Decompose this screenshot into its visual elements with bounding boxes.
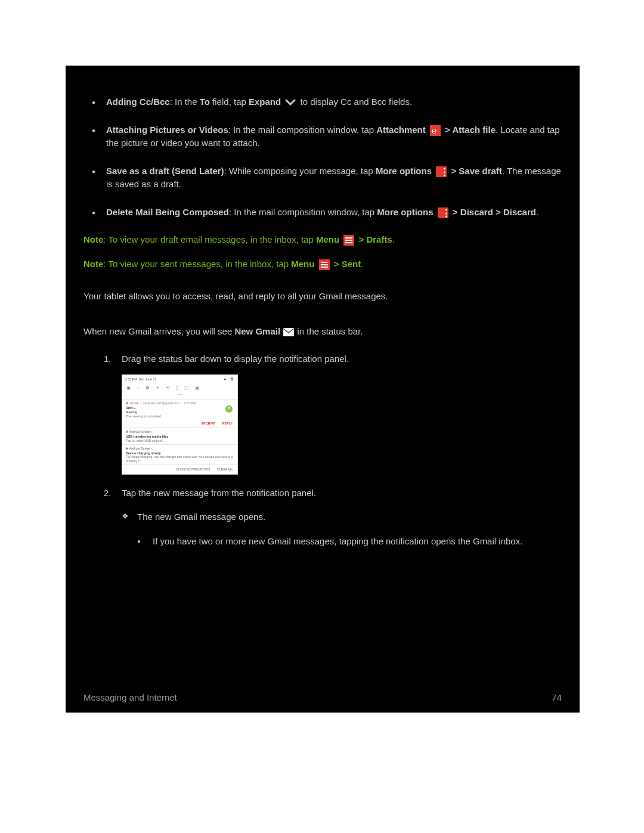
expand-icon	[285, 98, 296, 107]
text: : To view your draft email messages, in …	[103, 234, 316, 244]
notification-panel-screenshot: 2:53 PM Sat, June 11 ● ✿ ◉ ⌂ ✽ ✦ ⟲ ▯ ▢ ▣…	[122, 374, 238, 475]
status-icons: ● ✿	[224, 377, 234, 382]
attachment-icon	[430, 125, 441, 136]
bullet-list: Adding Cc/Bcc: In the To field, tap Expa…	[83, 95, 562, 219]
steps-list: Drag the status bar down to display the …	[83, 352, 562, 548]
discard-label: Discard	[460, 207, 493, 217]
chevron-down-icon: ⌄	[197, 401, 200, 405]
gt: >	[493, 207, 503, 217]
block-notifications: BLOCK NOTIFICATIONS	[177, 467, 210, 471]
text: : While composing your message, tap	[224, 166, 376, 176]
drag-handle-icon: ══	[122, 392, 237, 399]
wifi-icon: ◉	[126, 385, 131, 391]
sent-label: Sent	[342, 259, 361, 269]
sub-sub-item: If you have two or more new Gmail messag…	[153, 535, 562, 549]
rotate-icon: ⟲	[166, 385, 170, 391]
gmail-source: Gmail	[130, 401, 138, 405]
sub-sub-list: If you have two or more new Gmail messag…	[137, 535, 562, 549]
text: to display Cc and Bcc fields.	[301, 97, 413, 107]
gmail-time: 2:51 PM	[184, 401, 196, 405]
expand-label: Expand	[249, 97, 281, 107]
step-1: Drag the status bar down to display the …	[122, 352, 562, 475]
date: Sat, June 11	[139, 377, 157, 381]
sub-item: The new Gmail message opens. If you have…	[137, 510, 562, 548]
text: When new Gmail arrives, you will see	[83, 326, 234, 336]
gmail-subject: Meeting	[126, 410, 234, 414]
gt: >	[332, 259, 342, 269]
usb-body: Tap for other USB options.	[126, 439, 234, 443]
charging-title: Device charging slowly	[126, 451, 234, 456]
text: : In the mail composition window, tap	[228, 125, 376, 135]
attach-file-label: Attach file	[452, 125, 496, 135]
sub-list: The new Gmail message opens. If you have…	[122, 510, 562, 548]
charging-notification: ♣ Android System ⌄ Device charging slowl…	[122, 445, 237, 465]
discard-label: Discard	[503, 207, 536, 217]
gt: >	[356, 234, 366, 244]
label: Delete Mail Being Composed	[106, 207, 229, 217]
label: Adding Cc/Bcc	[106, 97, 170, 107]
gmail-sender: Rich L.	[126, 406, 234, 410]
text: : In the	[170, 97, 200, 107]
gmail-actions: ARCHIVE REPLY	[122, 420, 237, 428]
text: .	[361, 259, 363, 269]
menu-icon	[319, 259, 330, 270]
bullet-attach: Attaching Pictures or Videos: In the mai…	[106, 123, 562, 150]
mail-icon	[283, 327, 295, 337]
status-bar: 2:53 PM Sat, June 11 ● ✿	[122, 375, 237, 384]
more-options-label: More options	[377, 207, 433, 217]
airplane-icon: ▢	[184, 385, 189, 391]
gt: >	[450, 207, 460, 217]
battery-icon: ▯	[176, 385, 178, 391]
label: Attaching Pictures or Videos	[106, 125, 228, 135]
new-gmail-label: New Gmail	[234, 326, 280, 336]
text: The new Gmail message opens.	[137, 512, 265, 522]
note-label: Note	[83, 259, 103, 269]
source: Android System	[129, 430, 151, 433]
more-options-label: More options	[376, 166, 432, 176]
source: Android System	[129, 447, 151, 450]
text: : In the mail composition window, tap	[229, 207, 377, 217]
document-page: Adding Cc/Bcc: In the To field, tap Expa…	[66, 66, 580, 713]
intro-text: Your tablet allows you to access, read, …	[83, 290, 562, 304]
to-field: To	[200, 97, 210, 107]
footer-section: Messaging and Internet	[83, 691, 177, 705]
svg-rect-0	[283, 328, 294, 336]
gt: >	[442, 125, 453, 135]
label: Save as a draft (Send Later)	[106, 166, 224, 176]
page-footer: Messaging and Internet 74	[83, 691, 562, 705]
bluetooth-icon: ⌂	[137, 385, 140, 391]
gmail-icon: M	[126, 401, 128, 405]
text: .	[392, 234, 395, 244]
avatar: R	[225, 405, 233, 413]
gmail-body: The meeting is cancelled.	[126, 414, 234, 419]
text: in the status bar.	[297, 326, 363, 336]
note-drafts: Note: To view your draft email messages,…	[83, 233, 562, 247]
save-draft-label: Save draft	[459, 166, 502, 176]
chevron-down-icon: ⌄	[151, 447, 154, 450]
dnd-icon: ✽	[145, 385, 150, 391]
gmail-notification: M Gmail · nanlevre1020@gmail.com · 2:51 …	[122, 400, 237, 420]
drafts-label: Drafts	[366, 234, 392, 244]
text: : To view your sent messages, in the inb…	[103, 259, 291, 269]
usb-title: USB transferring media files	[126, 435, 234, 439]
menu-label: Menu	[291, 259, 314, 269]
gt: >	[448, 166, 459, 176]
notification-footer: BLOCK NOTIFICATIONS CLEAR ALL	[122, 465, 237, 473]
text: field, tap	[210, 97, 249, 107]
time: 2:53 PM	[125, 377, 137, 381]
location-icon: ▣	[195, 385, 200, 391]
archive-action: ARCHIVE	[201, 422, 215, 425]
bullet-delete: Delete Mail Being Composed: In the mail …	[106, 206, 562, 219]
new-gmail-line: When new Gmail arrives, you will see New…	[83, 325, 562, 339]
more-options-icon	[438, 208, 448, 218]
clear-all: CLEAR ALL	[217, 467, 233, 471]
step-text: Tap the new message from the notificatio…	[122, 488, 316, 498]
menu-icon	[343, 235, 354, 246]
note-label: Note	[83, 234, 103, 244]
bullet-cc-bcc: Adding Cc/Bcc: In the To field, tap Expa…	[106, 95, 562, 109]
gmail-account: nanlevre1020@gmail.com	[143, 401, 180, 405]
attachment-label: Attachment	[376, 125, 426, 135]
menu-label: Menu	[316, 234, 339, 244]
quick-settings-row: ◉ ⌂ ✽ ✦ ⟲ ▯ ▢ ▣	[122, 383, 237, 392]
note-sent: Note: To view your sent messages, in the…	[83, 258, 562, 271]
